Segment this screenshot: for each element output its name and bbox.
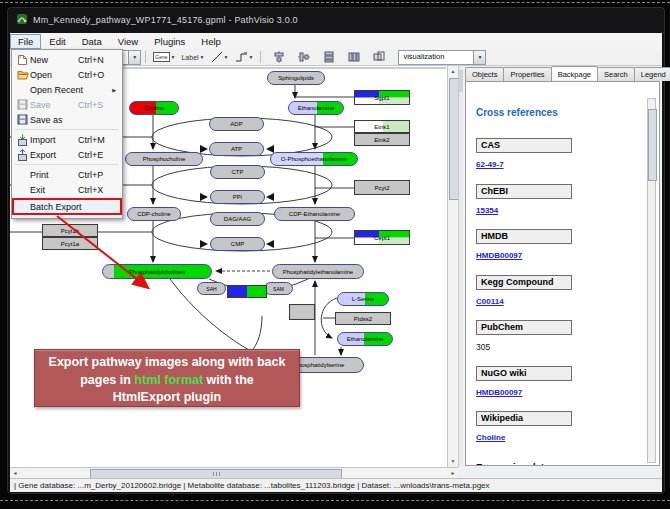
- node-cmp[interactable]: CMP: [210, 237, 265, 251]
- import-icon: [15, 134, 30, 146]
- node-pcyt1a[interactable]: Pcyt1a: [42, 237, 98, 250]
- menu-item-export[interactable]: ExportCtrl+E: [12, 147, 122, 162]
- zoom-dropdown-icon[interactable]: ▼: [128, 51, 140, 64]
- node-label: ADP: [230, 121, 242, 127]
- callout-highlight: html format: [134, 373, 203, 387]
- menu-edit[interactable]: Edit: [41, 34, 73, 49]
- node-ctp[interactable]: CTP: [210, 165, 265, 179]
- node-l-serine[interactable]: L-Serine: [337, 292, 389, 306]
- tab-backpage[interactable]: Backpage: [551, 66, 598, 80]
- tab-legend[interactable]: Legend: [634, 67, 670, 81]
- node-label: L-Serine: [352, 296, 375, 302]
- node-dag-aag[interactable]: DAG/AAG: [210, 212, 265, 226]
- menu-item-save[interactable]: SaveCtrl+S: [12, 97, 122, 112]
- node-ptdss2[interactable]: Ptdss2: [335, 312, 391, 325]
- tab-objects[interactable]: Objects: [465, 67, 504, 81]
- node-ethanolamine[interactable]: Ethanolamine: [288, 101, 344, 115]
- line-tool-button[interactable]: ▼: [209, 50, 231, 64]
- tab-search[interactable]: Search: [597, 67, 635, 81]
- menu-item-open-recent[interactable]: Open Recent▶: [12, 82, 122, 97]
- xref-entry: NuGO wikiHMDB00097: [476, 366, 645, 412]
- connector-tool-button[interactable]: ▼: [233, 50, 256, 64]
- xref-link[interactable]: Choline: [476, 433, 645, 442]
- label-tool-button[interactable]: Label▼: [179, 50, 206, 64]
- node-sgpl1[interactable]: Sgpl1: [354, 90, 410, 105]
- node-choline[interactable]: Choline: [129, 101, 179, 115]
- menu-plugins[interactable]: Plugins: [146, 34, 193, 49]
- node-ethanolamine-2[interactable]: Ethanolamine: [337, 332, 393, 346]
- node-cept1[interactable]: Cept1: [354, 230, 410, 245]
- visualization-combobox[interactable]: visualization ▼: [398, 50, 486, 65]
- chevron-down-icon: ▼: [249, 54, 254, 60]
- node-cdp-choline[interactable]: CDP-choline: [127, 207, 181, 221]
- menu-item-exit[interactable]: ExitCtrl+X: [12, 182, 122, 197]
- node-sphingolipids[interactable]: Sphingolipids: [267, 71, 325, 85]
- menu-view[interactable]: View: [110, 34, 146, 49]
- desktop-pattern-top: [0, 2, 670, 3]
- app-icon: [16, 13, 28, 27]
- menu-item-new[interactable]: NewCtrl+N: [12, 52, 122, 67]
- node-sah[interactable]: SAH: [197, 282, 226, 295]
- menu-item-label: Save as: [30, 115, 63, 125]
- tab-properties[interactable]: Properties: [503, 67, 551, 81]
- node-atp[interactable]: ATP: [209, 142, 264, 156]
- node-pcyt1b[interactable]: Pcyt1b: [42, 224, 98, 237]
- visualization-value: visualization: [399, 51, 473, 64]
- node-sam[interactable]: SAM: [264, 282, 293, 295]
- node-etnk1[interactable]: Etnk1: [354, 120, 410, 133]
- xref-link[interactable]: 62-49-7: [476, 160, 645, 169]
- canvas-horizontal-scrollbar[interactable]: ◄ ►: [10, 467, 458, 478]
- menu-help[interactable]: Help: [193, 34, 229, 49]
- node-label: Ptdss2: [354, 316, 372, 322]
- align-center-button[interactable]: [271, 50, 287, 64]
- common-size-icon: [373, 51, 385, 63]
- menu-item-shortcut: Ctrl+N: [78, 55, 116, 65]
- menu-item-open[interactable]: OpenCtrl+O: [12, 67, 122, 82]
- title-bar[interactable]: Mm_Kennedy_pathway_WP1771_45176.gpml - P…: [7, 7, 665, 33]
- node-o-phosphoethanolamine[interactable]: O-Phosphoethanolamine: [270, 152, 358, 166]
- sidebar-scroll-thumb[interactable]: [648, 109, 657, 181]
- align-middle-button[interactable]: [296, 50, 312, 64]
- sidebar-scrollbar[interactable]: [647, 98, 656, 463]
- scroll-down-icon[interactable]: ▼: [448, 456, 458, 467]
- common-size-button[interactable]: [371, 50, 387, 64]
- stack-vertical-icon: [323, 51, 335, 63]
- menu-data[interactable]: Data: [74, 34, 110, 49]
- xref-source-pubchem: PubChem: [476, 320, 572, 335]
- visualization-dropdown-icon[interactable]: ▼: [473, 51, 485, 64]
- menu-item-print[interactable]: PrintCtrl+P: [12, 167, 122, 182]
- scroll-right-icon[interactable]: ►: [448, 468, 458, 478]
- node-label: SAH: [206, 286, 216, 292]
- node-phosphatidylcholines[interactable]: Phosphatidylcholines: [102, 264, 212, 279]
- node-label: Phosphatidylserine: [294, 362, 345, 368]
- node-adp[interactable]: ADP: [209, 117, 264, 131]
- stack-vertical-button[interactable]: [321, 50, 337, 64]
- node-cdp-ethanolamine[interactable]: CDP-Ethanolamine: [274, 207, 355, 221]
- menu-item-import[interactable]: ImportCtrl+M: [12, 132, 122, 147]
- stack-horizontal-button[interactable]: [346, 50, 362, 64]
- node-pcyt2[interactable]: Pcyt2: [354, 180, 410, 195]
- canvas-vertical-scrollbar[interactable]: ▲ ▼: [447, 66, 458, 467]
- node-gene-box-right[interactable]: [289, 304, 315, 320]
- xref-entry: WikipediaCholine: [476, 411, 645, 457]
- node-phosphocholine[interactable]: Phosphocholine: [125, 152, 203, 166]
- xref-link[interactable]: HMDB00097: [476, 251, 645, 260]
- node-gene-box-top[interactable]: [227, 285, 267, 298]
- scroll-left-icon[interactable]: ◄: [10, 468, 20, 478]
- xref-link[interactable]: C00114: [476, 297, 645, 306]
- node-phosphatidylethanolamine[interactable]: Phosphatidylethanolamine: [272, 264, 364, 279]
- scroll-up-icon[interactable]: ▲: [448, 66, 458, 77]
- menu-file[interactable]: File: [10, 34, 41, 49]
- node-ppi[interactable]: PPi: [210, 190, 265, 204]
- menu-item-batch-export[interactable]: Batch Export: [12, 198, 122, 215]
- backpage-entries: CAS62-49-7ChEBI15354HMDBHMDB00097Kegg Co…: [476, 138, 645, 457]
- xref-link[interactable]: 15354: [476, 206, 645, 215]
- menu-item-shortcut: Ctrl+M: [78, 135, 116, 145]
- export-icon: [15, 149, 30, 161]
- menu-item-save-as[interactable]: Save as: [12, 112, 122, 127]
- xref-link[interactable]: HMDB00097: [476, 388, 645, 397]
- node-label: Etnk1: [374, 124, 389, 130]
- node-etnk2[interactable]: Etnk2: [354, 133, 410, 146]
- menu-item-shortcut: Ctrl+P: [78, 170, 116, 180]
- datanode-tool-button[interactable]: Gene▼: [151, 50, 177, 64]
